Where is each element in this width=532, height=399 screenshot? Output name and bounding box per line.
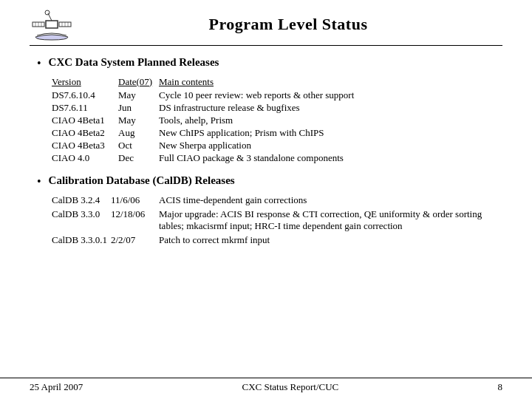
section-caldb: • Calibration Database (CalDB) Releases … bbox=[37, 174, 495, 246]
caldb-row-0-date: 11/6/06 bbox=[111, 194, 159, 206]
cxc-row-4-version: CIAO 4Beta3 bbox=[52, 140, 118, 151]
svg-rect-0 bbox=[46, 21, 58, 28]
svg-point-10 bbox=[45, 10, 50, 15]
page-title: Program Level Status bbox=[74, 15, 502, 34]
caldb-row-2-main: Patch to correct mkrmf input bbox=[159, 234, 495, 246]
footer-date: 25 April 2007 bbox=[30, 381, 83, 393]
cxc-row-3-date: Aug bbox=[118, 127, 159, 139]
col-header-version: Version bbox=[52, 76, 118, 88]
bullet-1: • bbox=[37, 56, 41, 72]
cxc-row-1-date: Jun bbox=[118, 102, 159, 114]
cxc-table-header: Version Date(07) Main contents bbox=[52, 76, 495, 88]
caldb-row-1-main: Major upgrade: ACIS BI response & CTI co… bbox=[159, 208, 495, 232]
cxc-row-1-version: DS7.6.11 bbox=[52, 102, 118, 114]
cxc-row-0-date: May bbox=[118, 89, 159, 101]
caldb-row-1-date: 12/18/06 bbox=[111, 208, 159, 220]
cxc-row-5-date: Dec bbox=[118, 152, 159, 164]
caldb-row: CalDB 3.2.4 11/6/06 ACIS time-dependent … bbox=[52, 194, 495, 206]
section-cxc-title: CXC Data System Planned Releases bbox=[49, 56, 219, 69]
cxc-row-3-version: CIAO 4Beta2 bbox=[52, 127, 118, 139]
bullet-2: • bbox=[37, 174, 41, 190]
table-row: DS7.6.11 Jun DS infrastructure release &… bbox=[52, 102, 495, 114]
caldb-table: CalDB 3.2.4 11/6/06 ACIS time-dependent … bbox=[52, 194, 495, 246]
logo-icon bbox=[30, 7, 74, 41]
table-row: CIAO 4Beta1 May Tools, ahelp, Prism bbox=[52, 115, 495, 126]
section-cxc: • CXC Data System Planned Releases Versi… bbox=[37, 56, 495, 164]
caldb-row-0-main: ACIS time-dependent gain corrections bbox=[159, 194, 495, 206]
caldb-row: CalDB 3.3.0.1 2/2/07 Patch to correct mk… bbox=[52, 234, 495, 246]
section-caldb-header: • Calibration Database (CalDB) Releases bbox=[37, 174, 495, 190]
table-row: CIAO 4Beta3 Oct New Sherpa application bbox=[52, 140, 495, 151]
footer: 25 April 2007 CXC Status Report/CUC 8 bbox=[0, 378, 532, 393]
caldb-row-2-date: 2/2/07 bbox=[111, 234, 159, 246]
caldb-row-0-version: CalDB 3.2.4 bbox=[52, 194, 111, 206]
table-row: CIAO 4Beta2 Aug New ChIPS application; P… bbox=[52, 127, 495, 139]
caldb-row: CalDB 3.3.0 12/18/06 Major upgrade: ACIS… bbox=[52, 208, 495, 232]
cxc-releases-table: Version Date(07) Main contents DS7.6.10.… bbox=[52, 76, 495, 164]
page: Program Level Status • CXC Data System P… bbox=[0, 0, 532, 399]
cxc-row-1-main: DS infrastructure release & bugfixes bbox=[159, 102, 495, 114]
cxc-row-5-version: CIAO 4.0 bbox=[52, 152, 118, 164]
caldb-row-2-version: CalDB 3.3.0.1 bbox=[52, 234, 111, 246]
cxc-row-2-main: Tools, ahelp, Prism bbox=[159, 115, 495, 126]
cxc-row-3-main: New ChIPS application; Prism with ChIPS bbox=[159, 127, 495, 139]
cxc-row-0-version: DS7.6.10.4 bbox=[52, 89, 118, 101]
col-header-date: Date(07) bbox=[118, 76, 159, 88]
cxc-row-5-main: Full CIAO package & 3 standalone compone… bbox=[159, 152, 495, 164]
footer-page-number: 8 bbox=[497, 381, 502, 393]
table-row: DS7.6.10.4 May Cycle 10 peer review: web… bbox=[52, 89, 495, 101]
footer-center: CXC Status Report/CUC bbox=[242, 381, 338, 393]
table-row: CIAO 4.0 Dec Full CIAO package & 3 stand… bbox=[52, 152, 495, 164]
cxc-row-4-main: New Sherpa application bbox=[159, 140, 495, 151]
content: • CXC Data System Planned Releases Versi… bbox=[30, 56, 502, 246]
col-header-main: Main contents bbox=[159, 76, 495, 88]
cxc-row-2-version: CIAO 4Beta1 bbox=[52, 115, 118, 126]
section-caldb-title: Calibration Database (CalDB) Releases bbox=[49, 174, 235, 187]
cxc-row-4-date: Oct bbox=[118, 140, 159, 151]
caldb-row-1-version: CalDB 3.3.0 bbox=[52, 208, 111, 220]
section-cxc-header: • CXC Data System Planned Releases bbox=[37, 56, 495, 72]
header: Program Level Status bbox=[30, 0, 502, 46]
cxc-row-2-date: May bbox=[118, 115, 159, 126]
cxc-row-0-main: Cycle 10 peer review: web reports & othe… bbox=[159, 89, 495, 101]
